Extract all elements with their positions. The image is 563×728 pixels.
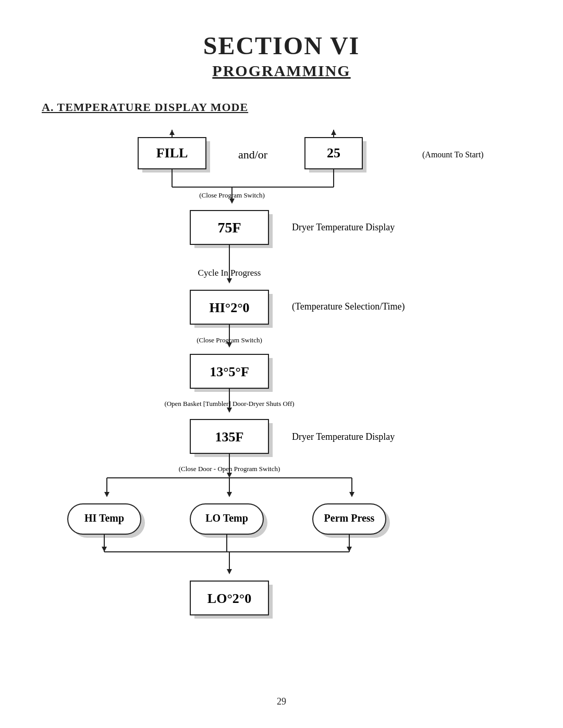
perm-press-label: Perm Press [324,512,375,524]
svg-marker-12 [229,199,235,204]
svg-marker-31 [104,492,109,497]
temp-135: 135F [215,429,244,445]
temp-sel-note: (Temperature Selection/Time) [292,301,405,312]
amount-note: (Amount To Start) [422,150,484,159]
section-a-title: A. TEMPERATURE DISPLAY MODE [42,101,521,114]
andor-label: and/or [238,148,268,161]
svg-marker-16 [227,278,232,283]
svg-marker-33 [227,492,232,497]
page-number: 29 [0,696,563,707]
svg-marker-50 [347,547,352,552]
close-door-note: (Close Door - Open Program Switch) [179,465,280,473]
svg-marker-49 [102,547,107,552]
page: SECTION VI PROGRAMMING A. TEMPERATURE DI… [0,0,563,728]
section-subtitle: PROGRAMMING [42,62,521,80]
hi-temp-sel: HI°2°0 [209,300,249,315]
svg-marker-35 [349,492,354,497]
lo-deg-label: LO°2°0 [207,591,251,606]
close-program-1: (Close Program Switch) [199,191,265,199]
hi-temp-label: HI Temp [84,512,124,524]
svg-marker-7 [331,130,336,135]
svg-marker-28 [227,473,232,478]
diagram-svg: FILL and/or 25 (Amount To Start) [47,130,516,677]
temp-13: 13°5°F [210,364,249,379]
close-program-2: (Close Program Switch) [197,336,262,344]
fill-label: FILL [156,145,188,161]
svg-marker-48 [227,569,232,574]
cycle-progress: Cycle In Progress [198,268,261,278]
svg-marker-24 [227,408,232,413]
section-title: SECTION VI [42,31,521,60]
dryer-temp-note-1: Dryer Temperature Display [292,222,395,232]
dryer-temp-note-2: Dryer Temperature Display [292,431,395,442]
svg-marker-5 [169,130,175,135]
open-basket-note: (Open Basket [Tumbler] Door-Dryer Shuts … [164,400,294,408]
lo-temp-label: LO Temp [205,512,248,524]
amount-label: 25 [327,145,340,161]
temp-display-val: 75F [217,219,241,236]
flow-diagram: FILL and/or 25 (Amount To Start) [42,130,521,677]
